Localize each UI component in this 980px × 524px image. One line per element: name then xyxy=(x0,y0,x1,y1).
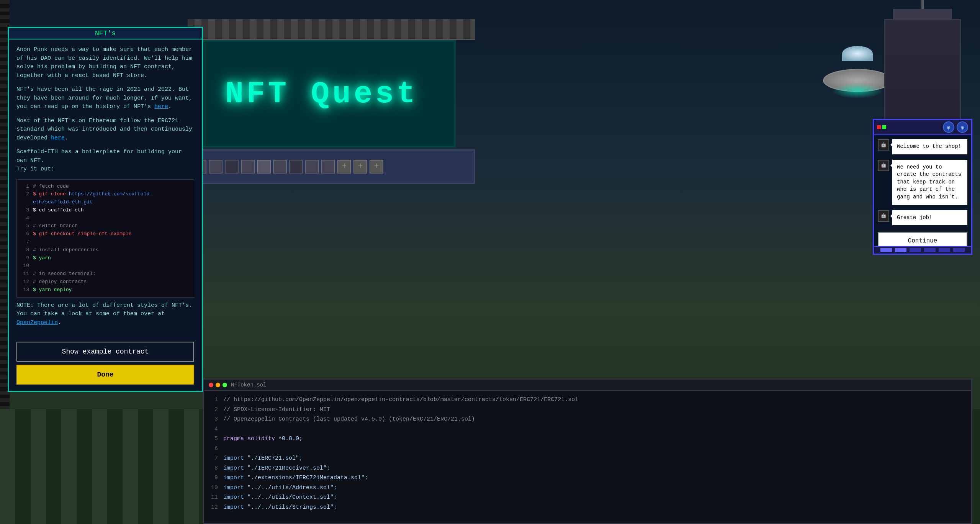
code-line-2: 2 $ git clone https://github.com/scaffol… xyxy=(21,190,189,206)
code-block: 1 # fetch code 2 $ git clone https://git… xyxy=(16,179,194,298)
npc-avatar-1: 🤖 xyxy=(878,139,889,151)
chat-message-3: 🤖 Greate job! xyxy=(878,210,967,226)
code-line-5: 5 # switch branch xyxy=(21,222,189,230)
shop-item xyxy=(225,160,239,174)
code-line-4: 4 xyxy=(21,215,189,223)
sol-line-11: 11 import "../../utils/Context.sol"; xyxy=(209,493,966,503)
code-line-9: 9 $ yarn xyxy=(21,254,189,262)
scroll-seg-5 xyxy=(939,248,950,252)
npc-icon-2: ◉ xyxy=(957,121,968,133)
npc-icon-1: ◉ xyxy=(943,121,954,133)
npc-avatar-3: 🤖 xyxy=(878,210,889,222)
code-line-10: 10 xyxy=(21,262,189,270)
window-controls xyxy=(209,383,227,387)
dialog-para-4: Scaffold-ETH has a boilerplate for build… xyxy=(16,148,194,174)
sol-line-10: 10 import "../../utils/Address.sol"; xyxy=(209,483,966,493)
indicator-green xyxy=(882,125,886,129)
shop-item-cross: + xyxy=(337,160,351,174)
chat-message-2: 🤖 We need you to create the contracts th… xyxy=(878,160,967,205)
sol-line-8: 8 import "./IERC721Receiver.sol"; xyxy=(209,463,966,473)
shop-sign-text: NFT Quest xyxy=(225,77,418,111)
scroll-seg-4 xyxy=(924,248,936,252)
chat-message-1: 🤖 Welcome to the shop! xyxy=(878,139,967,154)
tower-top xyxy=(893,9,952,20)
minimize-dot xyxy=(216,383,220,387)
shop-sign: NFT Quest xyxy=(188,40,456,147)
code-panel-body: 1 // https://github.com/OpenZeppelin/ope… xyxy=(204,391,971,516)
sol-line-1: 1 // https://github.com/OpenZeppelin/ope… xyxy=(209,395,966,405)
sol-line-12: 12 import "../../utils/Strings.sol"; xyxy=(209,503,966,513)
dialog-body: Anon Punk needs a way to make sure that … xyxy=(9,39,202,339)
shop-item xyxy=(241,160,255,174)
sol-line-4: 4 xyxy=(209,424,966,434)
dialog-para-3: Most of the NFT's on Ethereum follow the… xyxy=(16,117,194,143)
sol-line-5: 5 pragma solidity ^0.8.0; xyxy=(209,434,966,444)
shop-area: NFT Quest + + + xyxy=(188,19,475,241)
shop-item xyxy=(273,160,287,174)
shop-item xyxy=(289,160,303,174)
shop-roof-decoration xyxy=(188,19,475,40)
sol-line-7: 7 import "./IERC721.sol"; xyxy=(209,454,966,463)
chat-bubble-3: Greate job! xyxy=(892,210,967,226)
code-line-1: 1 # fetch code xyxy=(21,183,189,191)
close-dot xyxy=(209,383,213,387)
npc-panel-header: ◉ ◉ xyxy=(874,120,971,135)
code-line-13: 13 $ yarn deploy xyxy=(21,286,189,294)
dialog-para-2: NFT's have been all the rage in 2021 and… xyxy=(16,85,194,111)
shop-item xyxy=(321,160,335,174)
chat-bubble-2: We need you to create the contracts that… xyxy=(892,160,967,205)
sol-line-9: 9 import "./extensions/IERC721Metadata.s… xyxy=(209,473,966,483)
erc721-link[interactable]: here xyxy=(51,135,65,141)
ufo-dome xyxy=(842,46,873,61)
openzeppelin-link[interactable]: OpenZeppelin xyxy=(16,319,58,326)
npc-avatar-2: 🤖 xyxy=(878,160,889,171)
code-filename: NFToken.sol xyxy=(231,382,266,388)
npc-chat-area: 🤖 Welcome to the shop! 🤖 We need you to … xyxy=(874,135,971,229)
show-contract-button[interactable]: Show example contract xyxy=(16,342,194,362)
code-line-3: 3 $ cd scaffold-eth xyxy=(21,206,189,215)
scroll-seg-6 xyxy=(953,248,965,252)
done-button[interactable]: Done xyxy=(16,365,194,385)
dialog-title: NFT's xyxy=(95,29,116,37)
shop-item-row: + + + xyxy=(188,149,475,184)
dialog-titlebar: NFT's xyxy=(9,28,202,39)
panel-indicators xyxy=(877,125,886,129)
main-dialog-panel: NFT's Anon Punk needs a way to make sure… xyxy=(8,27,203,392)
code-line-6: 6 $ git checkout simple-nft-example xyxy=(21,230,189,238)
antenna xyxy=(921,0,924,9)
shop-items-container: + + + xyxy=(193,160,383,174)
code-panel: NFToken.sol 1 // https://github.com/Open… xyxy=(203,378,972,524)
sol-line-3: 3 // OpenZeppelin Contracts (last update… xyxy=(209,414,966,424)
scroll-seg-3 xyxy=(910,248,921,252)
ufo-body xyxy=(823,69,892,92)
indicator-red xyxy=(877,125,881,129)
chat-bubble-1: Welcome to the shop! xyxy=(892,139,967,154)
code-line-11: 11 # in second terminal: xyxy=(21,270,189,278)
code-line-8: 8 # install dependencies xyxy=(21,246,189,254)
dialog-note: NOTE: There are a lot of different style… xyxy=(16,301,194,328)
sol-line-6: 6 xyxy=(209,444,966,454)
code-line-7: 7 xyxy=(21,238,189,246)
shop-item-cross: + xyxy=(353,160,367,174)
scroll-seg-2 xyxy=(895,248,906,252)
sol-line-2: 2 // SPDX-License-Identifier: MIT xyxy=(209,405,966,415)
shop-item-cross: + xyxy=(370,160,383,174)
history-link[interactable]: here xyxy=(154,103,168,110)
npc-scroll-bar xyxy=(874,246,971,254)
shop-item xyxy=(257,160,271,174)
code-panel-header: NFToken.sol xyxy=(204,380,971,391)
dialog-para-1: Anon Punk needs a way to make sure that … xyxy=(16,46,194,80)
shop-item xyxy=(305,160,319,174)
scroll-seg-1 xyxy=(880,248,892,252)
ufo-glow xyxy=(832,83,883,98)
shop-item xyxy=(209,160,223,174)
code-line-12: 12 # deploy contracts xyxy=(21,278,189,286)
npc-chat-panel: ◉ ◉ 🤖 Welcome to the shop! 🤖 We need you… xyxy=(873,119,972,255)
npc-header-icons: ◉ ◉ xyxy=(943,121,968,133)
maximize-dot xyxy=(223,383,227,387)
